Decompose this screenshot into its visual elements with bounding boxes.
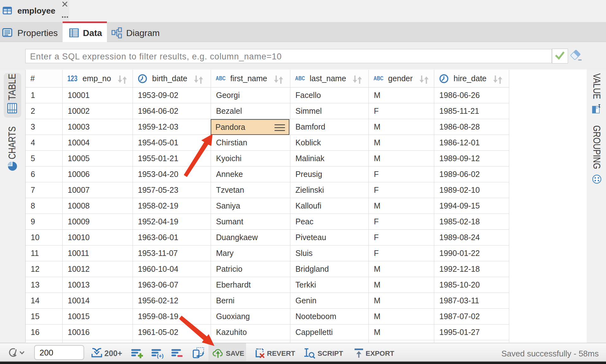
svg-text:(+): (+): [157, 353, 164, 359]
